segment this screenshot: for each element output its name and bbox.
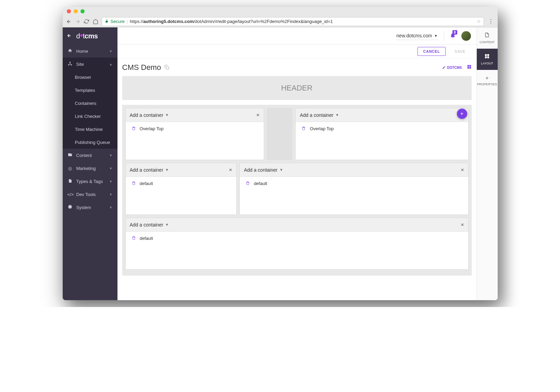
lock-icon: [105, 19, 109, 24]
notification-icon[interactable]: 8: [450, 32, 456, 40]
trash-icon[interactable]: [132, 126, 136, 131]
trash-icon[interactable]: [132, 236, 136, 241]
svg-rect-8: [467, 67, 469, 69]
avatar[interactable]: [461, 31, 471, 41]
container-dropdown[interactable]: Add a container ▼ ✕: [296, 108, 468, 122]
target-icon: ◎: [67, 166, 73, 171]
copy-icon[interactable]: [164, 65, 169, 71]
tab-layout[interactable]: LAYOUT: [477, 49, 498, 70]
browser-menu-icon[interactable]: ⋮: [487, 18, 494, 25]
remove-column-icon[interactable]: ✕: [256, 113, 260, 118]
back-icon[interactable]: [66, 19, 72, 24]
svg-rect-11: [487, 54, 489, 56]
sidebar-item-label: Site: [76, 62, 84, 67]
tab-properties[interactable]: + PROPERTIES: [477, 70, 498, 91]
svg-rect-12: [485, 57, 487, 58]
window-titlebar: [63, 7, 498, 16]
svg-point-1: [70, 62, 71, 63]
grid-view-icon[interactable]: [467, 64, 472, 71]
sidebar-item-label: System: [76, 205, 91, 210]
chevron-down-icon: ▼: [109, 167, 113, 170]
container-dropdown[interactable]: Add a container ▼ ✕: [126, 108, 264, 122]
star-icon[interactable]: ☆: [477, 19, 481, 24]
svg-rect-10: [485, 54, 487, 56]
sidebar-sub-containers[interactable]: Containers: [63, 97, 117, 110]
sidebar-sub-timemachine[interactable]: Time Machine: [63, 123, 117, 136]
sidebar: d•tcms Home ▼ Site ▲ Browser Templates C…: [63, 27, 117, 300]
svg-rect-7: [469, 65, 471, 67]
folder-icon: [67, 152, 73, 158]
save-button: SAVE: [449, 47, 471, 56]
sitemap-icon: [67, 61, 73, 67]
chevron-down-icon: ▼: [109, 193, 113, 196]
container-item: default: [132, 236, 462, 241]
chevron-up-icon: ▲: [109, 62, 113, 66]
sidebar-item-content[interactable]: Content ▼: [63, 149, 117, 162]
logo: d•tcms: [76, 32, 98, 40]
sidebar-sub-templates[interactable]: Templates: [63, 84, 117, 97]
layout-canvas: + Add a container ▼ ✕: [122, 105, 472, 275]
chevron-down-icon: ▼: [109, 49, 113, 53]
sidebar-back-icon[interactable]: [67, 33, 72, 39]
document-icon: [484, 32, 490, 39]
close-window-button[interactable]: [67, 9, 71, 13]
sidebar-item-marketing[interactable]: ◎ Marketing ▼: [63, 162, 117, 175]
template-header: HEADER: [122, 76, 472, 100]
maximize-window-button[interactable]: [80, 9, 85, 13]
sidebar-sub-publishing[interactable]: Publishing Queue: [63, 136, 117, 149]
home-icon[interactable]: [93, 19, 98, 24]
trash-icon[interactable]: [132, 181, 136, 186]
sidebar-item-home[interactable]: Home ▼: [63, 45, 117, 58]
cancel-button[interactable]: CANCEL: [418, 47, 446, 56]
code-icon: </>: [67, 192, 73, 197]
svg-rect-9: [469, 67, 471, 69]
sidebar-sub-linkchecker[interactable]: Link Checker: [63, 110, 117, 123]
sidebar-item-label: Types & Tags: [76, 179, 103, 184]
chevron-down-icon: ▼: [109, 206, 113, 209]
tab-content[interactable]: CONTENT: [477, 27, 498, 49]
add-row-fab[interactable]: +: [457, 109, 467, 119]
gear-icon: [67, 205, 73, 210]
plus-icon: +: [485, 75, 488, 81]
svg-rect-0: [105, 21, 108, 23]
trash-icon[interactable]: [302, 126, 306, 131]
address-bar[interactable]: Secure | https://authoring5.dotcms.com/d…: [102, 17, 484, 26]
sidebar-item-label: Marketing: [76, 166, 96, 171]
minimize-window-button[interactable]: [74, 9, 78, 13]
secure-label: Secure: [111, 19, 125, 24]
trash-icon[interactable]: [246, 181, 250, 186]
sidebar-item-label: Content: [76, 153, 92, 158]
sidebar-item-label: Home: [76, 49, 88, 54]
right-tabs: CONTENT LAYOUT + PROPERTIES: [476, 27, 498, 300]
container-item: default: [132, 181, 231, 186]
container-item: Overlap Top: [302, 126, 462, 131]
sidebar-item-system[interactable]: System ▼: [63, 201, 117, 214]
svg-rect-6: [467, 65, 469, 67]
chevron-down-icon: ▼: [165, 168, 169, 172]
sidebar-sub-browser[interactable]: Browser: [63, 71, 117, 84]
notification-badge: 8: [452, 30, 457, 35]
page-title: CMS Demo: [122, 63, 161, 72]
reload-icon[interactable]: [84, 19, 89, 24]
container-dropdown[interactable]: Add a container ▼ ✕: [240, 163, 468, 177]
sidebar-item-label: Dev Tools: [76, 192, 96, 197]
sidebar-item-devtools[interactable]: </> Dev Tools ▼: [63, 188, 117, 201]
domain-dropdown[interactable]: new.dotcms.com ▼: [396, 32, 438, 40]
svg-rect-13: [487, 57, 489, 58]
sidebar-item-types[interactable]: Types & Tags ▼: [63, 175, 117, 188]
chevron-down-icon: ▼: [279, 168, 283, 172]
theme-selector[interactable]: DOTCMS: [442, 66, 462, 70]
container-item: default: [246, 181, 462, 186]
remove-column-icon[interactable]: ✕: [229, 168, 232, 172]
remove-column-icon[interactable]: ✕: [461, 222, 464, 227]
chevron-down-icon: ▼: [336, 113, 339, 117]
url-text: https://authoring5.dotcms.com/dotAdmin/#…: [130, 19, 333, 24]
sidebar-item-site[interactable]: Site ▲: [63, 58, 117, 71]
container-dropdown[interactable]: Add a container ▼ ✕: [126, 163, 237, 177]
container-dropdown[interactable]: Add a container ▼ ✕: [126, 218, 468, 232]
remove-column-icon[interactable]: ✕: [461, 168, 464, 172]
chevron-down-icon: ▼: [109, 154, 113, 157]
file-icon: [67, 179, 73, 184]
forward-icon: [75, 19, 80, 24]
layout-icon: [484, 53, 490, 60]
